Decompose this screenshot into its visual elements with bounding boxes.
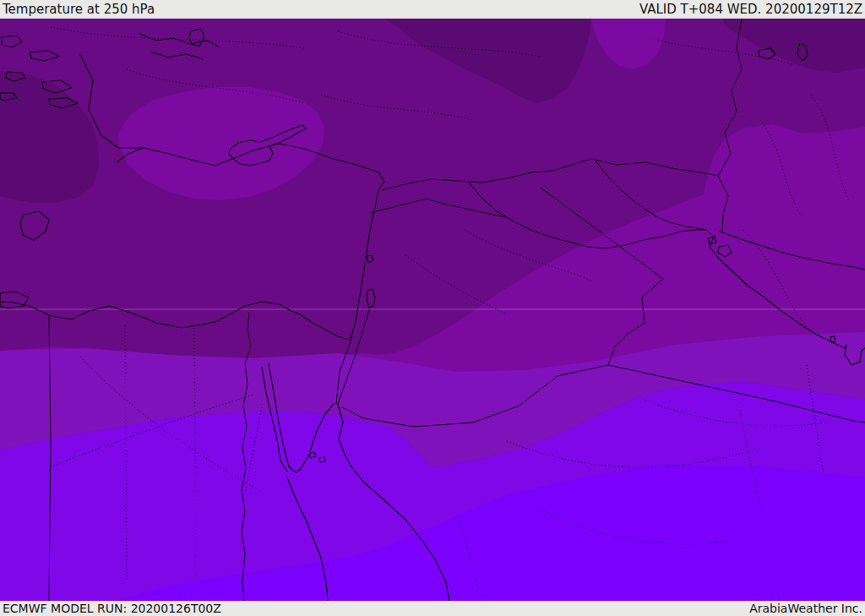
footer-bar: ECMWF MODEL RUN: 20200126T00Z ArabiaWeat… [0, 601, 865, 616]
valid-time-label: VALID T+084 WED. 20200129T12Z [639, 3, 862, 16]
map-canvas [0, 19, 865, 601]
credit-label: ArabiaWeather Inc. [749, 602, 862, 614]
weather-map-window: { "header": { "title": "Temperature at 2… [0, 0, 865, 616]
model-run-label: ECMWF MODEL RUN: 20200126T00Z [3, 602, 221, 614]
header-bar: Temperature at 250 hPa VALID T+084 WED. … [0, 0, 865, 19]
temperature-map-svg [0, 19, 865, 601]
map-title: Temperature at 250 hPa [3, 3, 155, 16]
